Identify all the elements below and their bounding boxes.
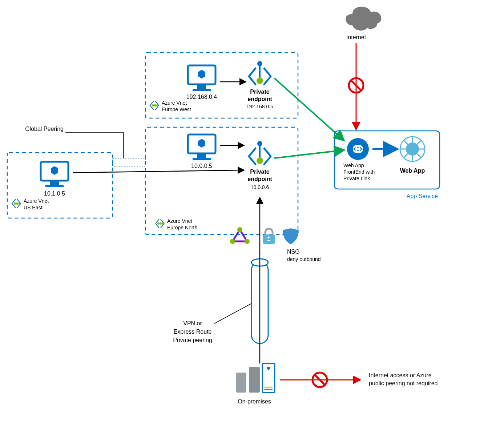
pe-en-ip: 10.0.0.6 [251,184,269,190]
vpn-callout-line [214,304,251,323]
vm-icon [188,65,215,91]
svg-rect-32 [45,185,64,187]
svg-point-34 [237,227,242,232]
svg-point-35 [245,239,250,244]
global-peering-callout-line [65,133,124,158]
vnet-icon [156,219,164,228]
lock-icon [263,229,275,244]
vm-icon [41,162,68,187]
vpn-label-1: VPN or [183,320,202,326]
global-peering-link [113,158,145,166]
vnet-en-vm-ip: 10.0.0.5 [191,163,212,169]
svg-point-17 [257,77,263,84]
pe-en-label2: endpoint [247,176,272,182]
nsg-sub-label: deny outbound [287,256,321,262]
svg-point-11 [156,104,158,106]
svg-point-36 [230,239,235,244]
load-balancer-icon [230,227,250,244]
diagram-canvas: Internet App Service Web App FrontEnd wi… [0,0,504,426]
app-service-group-label: App Service [407,193,438,199]
us-vm-to-pe-en-arrow [73,170,243,173]
pe-ew-to-frontend-arrow [274,78,343,140]
pe-en-to-frontend-arrow [274,150,343,158]
vpn-label-3: Private peering [173,337,212,343]
svg-rect-23 [193,158,211,160]
vnet-en-title2: Europe North [167,225,197,230]
server-rack-icon [236,363,275,393]
svg-point-9 [152,104,154,106]
vnet-us-title1: Azure Vnet [24,198,49,204]
vm-icon [188,134,215,160]
vnet-ew-vm-ip: 192.168.0.4 [186,94,217,100]
onprem-note-1: Internet access or Azure [369,372,432,378]
nsg-label: NSG [287,249,300,255]
onprem-label: On-premises [238,398,271,405]
pe-en-label1: Private [250,169,269,175]
svg-point-20 [162,222,164,225]
vnet-en-title1: Azure Vnet [167,218,192,224]
svg-point-29 [18,202,20,205]
onprem-note-2: public peering not required [369,380,438,386]
shield-icon [283,228,299,244]
global-peering-label: Global Peering [25,126,64,132]
svg-point-10 [154,104,156,106]
svg-rect-40 [236,373,246,393]
svg-point-27 [14,202,16,205]
vnet-icon [12,199,21,208]
vpn-label-2: Express Route [174,329,212,335]
svg-point-19 [160,222,162,225]
vnet-icon [150,101,159,110]
pe-ew-label1: Private [250,89,269,95]
frontend-label-2: FrontEnd with [343,169,375,175]
pe-ew-ip: 192.168.0.5 [246,104,273,109]
svg-rect-22 [197,154,206,158]
web-app-icon [400,137,425,161]
frontend-label-3: Private Link [343,176,370,181]
svg-point-26 [257,157,263,164]
vnet-us-title2: US East [24,205,42,210]
web-app-label: Web App [400,168,425,174]
svg-rect-41 [249,367,260,393]
internet-label: Internet [346,34,366,40]
internet-icon [346,7,381,31]
private-endpoint-icon [249,141,271,164]
svg-point-43 [267,367,270,370]
svg-rect-31 [50,181,59,185]
svg-point-18 [157,222,160,225]
svg-point-25 [257,141,262,146]
vnet-us-vm-ip: 10.1.0.5 [44,190,65,197]
vnet-ew-title1: Azure Vnet [162,100,187,106]
svg-point-28 [16,202,18,205]
svg-rect-14 [193,89,211,91]
svg-point-16 [257,61,262,66]
private-link-icon [347,138,369,160]
private-endpoint-icon [249,61,271,84]
svg-rect-13 [197,85,206,89]
vnet-ew-title2: Europe West [162,106,191,112]
pe-ew-label2: endpoint [247,96,272,102]
frontend-label-1: Web App [343,162,364,168]
